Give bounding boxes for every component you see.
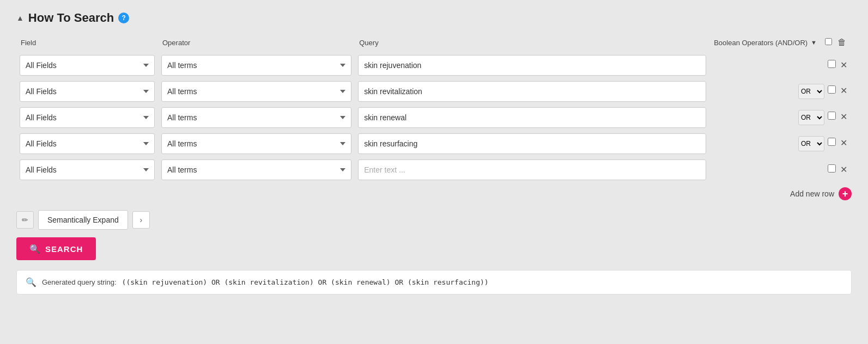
operator-select-row-1[interactable]: All termsAny termExact phraseBoolean: [161, 55, 351, 76]
column-operator-header: Operator: [158, 35, 355, 52]
chevron-right-icon: ›: [139, 216, 142, 224]
table-row: All FieldsTitleAbstractAuthorJournalAll …: [16, 52, 852, 78]
delete-row-button-4[interactable]: ✕: [839, 138, 848, 149]
delete-row-button-2[interactable]: ✕: [839, 85, 848, 96]
collapse-icon[interactable]: ▲: [16, 14, 24, 22]
page-title: How To Search: [28, 11, 114, 25]
row-checkbox-2[interactable]: [828, 85, 836, 94]
column-query-header: Query: [355, 35, 709, 52]
query-input-row-1[interactable]: [358, 55, 706, 76]
query-string-value: ((skin rejuvenation) OR (skin revitaliza…: [122, 278, 489, 286]
row-checkbox-4[interactable]: [828, 138, 836, 146]
field-select-row-5[interactable]: All FieldsTitleAbstractAuthorJournal: [20, 159, 155, 180]
operator-select-row-4[interactable]: All termsAny termExact phraseBoolean: [161, 133, 351, 154]
search-button-icon: 🔍: [29, 244, 41, 254]
add-row-label: Add new row: [790, 189, 834, 198]
table-row: All FieldsTitleAbstractAuthorJournalAll …: [16, 105, 852, 131]
operator-select-row-3[interactable]: All termsAny termExact phraseBoolean: [161, 107, 351, 128]
search-button[interactable]: 🔍 SEARCH: [16, 237, 96, 260]
help-icon[interactable]: ?: [118, 13, 129, 23]
table-row: All FieldsTitleAbstractAuthorJournalAll …: [16, 131, 852, 157]
row-checkbox-1[interactable]: [828, 60, 836, 68]
row-checkbox-5[interactable]: [828, 164, 836, 173]
boolean-select-row-4[interactable]: ANDORNOT: [798, 136, 824, 151]
delete-row-button-1[interactable]: ✕: [839, 60, 848, 71]
column-boolean-header: Boolean Operators (AND/OR) ▼ 🗑: [709, 35, 852, 52]
query-string-box: 🔍 Generated query string: ((skin rejuven…: [16, 270, 852, 294]
operator-select-row-2[interactable]: All termsAny termExact phraseBoolean: [161, 81, 351, 102]
header-checkbox[interactable]: [825, 38, 832, 45]
delete-row-button-5[interactable]: ✕: [839, 164, 848, 175]
add-row-button[interactable]: +: [839, 187, 852, 200]
field-select-row-2[interactable]: All FieldsTitleAbstractAuthorJournal: [20, 81, 155, 102]
boolean-select-row-3[interactable]: ANDORNOT: [798, 110, 824, 125]
boolean-select-row-2[interactable]: ANDORNOT: [798, 84, 824, 99]
delete-row-button-3[interactable]: ✕: [839, 112, 848, 122]
field-select-row-3[interactable]: All FieldsTitleAbstractAuthorJournal: [20, 107, 155, 128]
boolean-dropdown-icon[interactable]: ▼: [811, 39, 817, 46]
expand-icon-button[interactable]: ✏: [16, 211, 34, 229]
query-string-prefix: Generated query string:: [42, 278, 117, 286]
semantically-expand-button[interactable]: Semantically Expand: [38, 210, 128, 230]
table-row: All FieldsTitleAbstractAuthorJournalAll …: [16, 157, 852, 183]
query-string-icon: 🔍: [26, 277, 37, 287]
search-button-label: SEARCH: [45, 244, 83, 254]
column-field-header: Field: [16, 35, 158, 52]
row-checkbox-3[interactable]: [828, 112, 836, 120]
query-input-row-4[interactable]: [358, 133, 706, 154]
field-select-row-1[interactable]: All FieldsTitleAbstractAuthorJournal: [20, 55, 155, 76]
header-delete-button[interactable]: 🗑: [836, 37, 847, 48]
query-input-row-5[interactable]: [358, 159, 706, 180]
operator-select-row-5[interactable]: All termsAny termExact phraseBoolean: [161, 159, 351, 180]
field-select-row-4[interactable]: All FieldsTitleAbstractAuthorJournal: [20, 133, 155, 154]
table-row: All FieldsTitleAbstractAuthorJournalAll …: [16, 78, 852, 105]
query-input-row-3[interactable]: [358, 107, 706, 128]
query-input-row-2[interactable]: [358, 81, 706, 102]
pencil-icon: ✏: [22, 216, 28, 224]
expand-chevron-button[interactable]: ›: [132, 211, 150, 229]
